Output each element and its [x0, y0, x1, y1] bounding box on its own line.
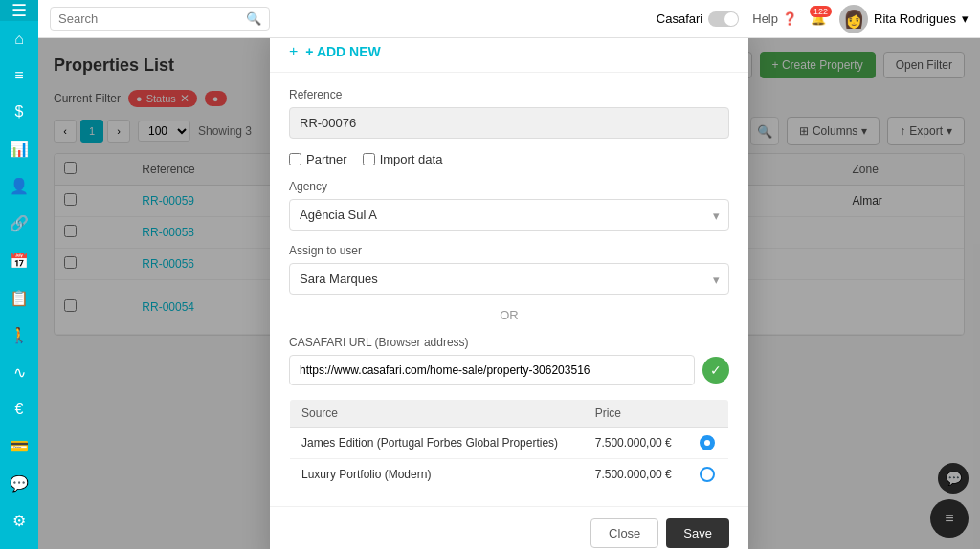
sidebar-link-icon[interactable]: 🔗	[0, 205, 38, 242]
sidebar-settings-icon[interactable]: ⚙	[0, 502, 38, 539]
sidebar-dollar-icon[interactable]: $	[0, 94, 38, 130]
search-input[interactable]	[58, 11, 240, 26]
assign-select-wrapper: Sara Marques	[289, 263, 729, 295]
help-icon: ❓	[782, 11, 797, 26]
agency-select-wrapper: Agência Sul A	[289, 199, 729, 231]
source-name-1: James Edition (Portugal Forbes Global Pr…	[290, 428, 584, 459]
avatar: 👩	[839, 5, 868, 33]
assign-group: Assign to user Sara Marques	[289, 244, 729, 295]
modal-title: + ADD NEW	[305, 44, 380, 59]
assign-select[interactable]: Sara Marques	[289, 263, 729, 295]
or-divider: OR	[289, 308, 729, 322]
reference-group: Reference	[289, 88, 729, 139]
user-chevron-icon: ▾	[962, 11, 969, 26]
source-radio-2[interactable]	[700, 467, 715, 482]
url-group: CASAFARI URL (Browser address) ✓	[289, 336, 729, 385]
url-input[interactable]	[289, 355, 695, 385]
agency-select[interactable]: Agência Sul A	[289, 199, 729, 231]
source-row-1: James Edition (Portugal Forbes Global Pr…	[290, 428, 729, 459]
source-price-2: 7.500.000,00 €	[584, 459, 688, 491]
toggle-switch[interactable]	[708, 11, 739, 27]
assign-label: Assign to user	[289, 244, 729, 257]
modal-header: + + ADD NEW	[270, 38, 748, 73]
source-row-2: Luxury Portfolio (Modern) 7.500.000,00 €	[290, 459, 729, 491]
sidebar-wave-icon[interactable]: ∿	[0, 354, 38, 391]
url-row: ✓	[289, 355, 729, 385]
sidebar-chart-icon[interactable]: 📊	[0, 130, 38, 167]
sidebar-menu-icon[interactable]: ☰	[0, 0, 38, 21]
reference-input[interactable]	[289, 107, 729, 139]
modal-overlay: + + ADD NEW Reference Pa	[38, 38, 980, 549]
import-data-label: Import data	[380, 152, 443, 166]
notification-badge: 122	[810, 6, 832, 17]
help-label: Help	[752, 11, 778, 26]
import-data-checkbox[interactable]	[363, 153, 375, 165]
select-col-header	[688, 400, 729, 428]
url-check-icon: ✓	[702, 357, 729, 384]
sidebar-chat-icon[interactable]: 💬	[0, 465, 38, 502]
reference-label: Reference	[289, 88, 729, 101]
topbar-right: Casafari Help ❓ 🔔 122 👩 R	[657, 5, 969, 33]
notification-bell[interactable]: 🔔 122	[811, 11, 826, 26]
user-profile[interactable]: 👩 Rita Rodrigues ▾	[839, 5, 969, 33]
import-data-checkbox-label[interactable]: Import data	[363, 152, 443, 166]
sidebar-card-icon[interactable]: 💳	[0, 428, 38, 465]
help-button[interactable]: Help ❓	[752, 11, 797, 26]
page-body: Properties List Graph + Create Property …	[38, 38, 980, 549]
close-button[interactable]: Close	[590, 518, 658, 548]
source-table: Source Price James Edition (Portugal For…	[289, 399, 729, 491]
partner-checkbox-label[interactable]: Partner	[289, 152, 347, 166]
agency-label: Agency	[289, 180, 729, 193]
modal-body: Reference Partner Import data	[270, 73, 748, 506]
brand-label: Casafari	[657, 11, 702, 26]
agency-group: Agency Agência Sul A	[289, 180, 729, 231]
source-radio-1[interactable]	[700, 435, 715, 450]
source-name-2: Luxury Portfolio (Modern)	[290, 459, 584, 491]
sidebar-home-icon[interactable]: ⌂	[0, 21, 38, 57]
modal-footer: Close Save	[270, 506, 748, 549]
main-content: 🔍 Casafari Help ❓ 🔔 122	[38, 0, 980, 549]
sidebar-clipboard-icon[interactable]: 📋	[0, 279, 38, 317]
partner-checkbox[interactable]	[289, 153, 301, 165]
user-name: Rita Rodrigues	[874, 11, 956, 26]
sidebar-team-icon[interactable]: 👥	[0, 539, 38, 549]
brand-toggle: Casafari	[657, 11, 739, 27]
sidebar-walk-icon[interactable]: 🚶	[0, 317, 38, 354]
sidebar-list-icon[interactable]: ≡	[0, 57, 38, 94]
save-button[interactable]: Save	[666, 518, 729, 548]
price-col-header: Price	[584, 400, 688, 428]
search-box[interactable]: 🔍	[50, 7, 270, 31]
search-icon: 🔍	[246, 11, 261, 26]
sidebar: ☰ ⌂ ≡ $ 📊 👤 🔗 📅 📋 🚶 ∿ € 💳 💬 ⚙ 👥 ✏ 🕐 ↓	[0, 0, 38, 549]
url-label: CASAFARI URL (Browser address)	[289, 336, 729, 349]
plus-icon: +	[289, 43, 298, 60]
source-col-header: Source	[290, 400, 584, 428]
sidebar-euro-icon[interactable]: €	[0, 391, 38, 428]
partner-label: Partner	[306, 152, 347, 166]
sidebar-calendar-icon[interactable]: 📅	[0, 242, 38, 279]
source-price-1: 7.500.000,00 €	[584, 428, 688, 459]
topbar: 🔍 Casafari Help ❓ 🔔 122	[38, 0, 980, 38]
add-new-modal: + + ADD NEW Reference Pa	[270, 38, 748, 549]
sidebar-user-icon[interactable]: 👤	[0, 167, 38, 205]
checkbox-row: Partner Import data	[289, 152, 729, 166]
